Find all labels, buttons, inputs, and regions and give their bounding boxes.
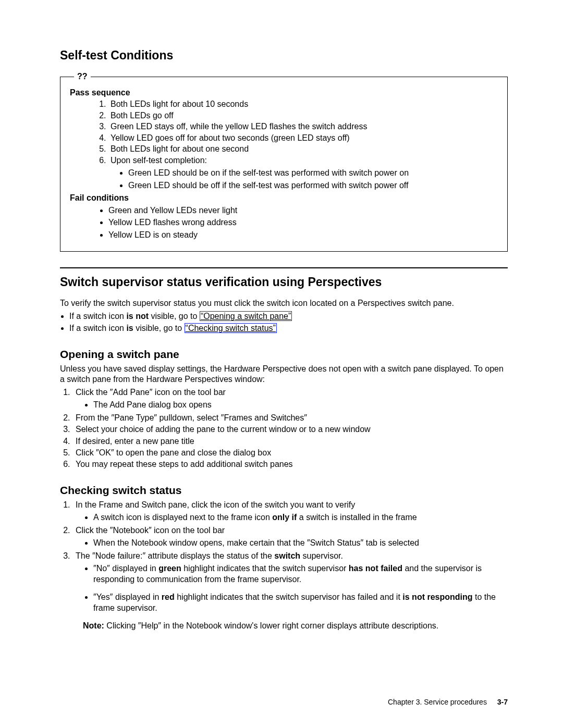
list-item: Upon self-test completion: Green LED sho… [108, 155, 498, 191]
list-item: Yellow LED is on steady [108, 230, 498, 240]
opening-step1-sub: The Add Pane dialog box opens [76, 400, 508, 410]
note-label: Note: [83, 621, 104, 630]
text-bold: is not responding [402, 593, 472, 601]
text-bold: switch [274, 551, 300, 560]
list-item: You may repeat these steps to add additi… [72, 459, 508, 470]
checking-s3-sub: ″No″ displayed in green highlight indica… [76, 563, 508, 613]
list-item: Click ″OK″ to open the pane and close th… [72, 448, 508, 458]
list-item: Green LED stays off, while the yellow LE… [108, 121, 498, 132]
list-item: ″Yes″ displayed in red highlight indicat… [93, 592, 508, 613]
pass-sequence-list: Both LEDs light for about 10 seconds Bot… [70, 99, 498, 191]
text-bold: is not [126, 312, 149, 320]
list-item-text: Click the ″Add Pane″ icon on the tool ba… [76, 388, 226, 397]
text: If a switch icon [69, 324, 126, 332]
text: If a switch icon [69, 312, 126, 320]
pass-sub-list: Green LED should be on if the self-test … [111, 168, 498, 191]
pass-sequence-label: Pass sequence [70, 88, 498, 98]
text: highlight indicates that the switch supe… [181, 564, 349, 573]
list-item: Click the ″Notebook″ icon on the tool ba… [72, 525, 508, 549]
list-item: The Add Pane dialog box opens [93, 400, 508, 410]
verify-intro: To verify the switch supervisor status y… [60, 298, 508, 309]
text: visible, go to [133, 324, 185, 332]
footer-chapter: Chapter 3. Service procedures [388, 698, 487, 706]
text: ″Yes″ displayed in [93, 593, 162, 601]
heading-opening: Opening a switch pane [60, 348, 508, 362]
list-item: Click the ″Add Pane″ icon on the tool ba… [72, 387, 508, 411]
text: The ″Node failure:″ attribute displays t… [76, 551, 274, 560]
text-bold: is [126, 324, 133, 332]
document-page: Self-test Conditions ?? Pass sequence Bo… [0, 0, 563, 728]
list-item: The ″Node failure:″ attribute displays t… [72, 551, 508, 632]
list-item: Green LED should be off if the self-test… [128, 180, 498, 191]
text-bold: green [158, 564, 181, 573]
list-item: From the ″Pane Type″ pulldown, select ″F… [72, 413, 508, 423]
heading-selftest: Self-test Conditions [60, 48, 508, 63]
list-item: If a switch icon is visible, go to “Chec… [69, 323, 508, 334]
list-item: A switch icon is displayed next to the f… [93, 512, 508, 523]
text: supervisor. [300, 551, 343, 560]
list-item: ″No″ displayed in green highlight indica… [93, 563, 508, 585]
list-item-text: Click the ″Notebook″ icon on the tool ba… [76, 526, 225, 535]
checking-s1-sub: A switch icon is displayed next to the f… [76, 512, 508, 523]
list-item: If a switch icon is not visible, go to “… [69, 311, 508, 322]
text-bold: red [162, 593, 175, 601]
text-bold: has not failed [349, 564, 402, 573]
verify-list: If a switch icon is not visible, go to “… [60, 311, 508, 334]
text-bold: only if [272, 513, 297, 522]
text: a switch is installed in the frame [297, 513, 417, 522]
page-footer: Chapter 3. Service procedures 3-7 [388, 698, 508, 707]
list-item: In the Frame and Switch pane, click the … [72, 500, 508, 523]
note: Note: Clicking ″Help″ in the Notebook wi… [83, 621, 508, 631]
opening-intro: Unless you have saved display settings, … [60, 364, 508, 385]
checking-s2-sub: When the Notebook window opens, make cer… [76, 538, 508, 548]
heading-checking: Checking switch status [60, 484, 508, 498]
list-item: Green and Yellow LEDs never light [108, 205, 498, 216]
note-text: Clicking ″Help″ in the Notebook window's… [104, 621, 438, 630]
fail-conditions-list: Green and Yellow LEDs never light Yellow… [70, 205, 498, 240]
link-opening-switch-pane[interactable]: “Opening a switch pane” [200, 311, 292, 321]
list-item: Green LED should be on if the self-test … [128, 168, 498, 178]
list-item: Both LEDs light for about one second [108, 144, 498, 154]
list-item: Yellow LED flashes wrong address [108, 217, 498, 228]
list-item: Select your choice of adding the pane to… [72, 424, 508, 435]
heading-verify: Switch supervisor status verification us… [60, 267, 508, 290]
opening-steps: Click the ″Add Pane″ icon on the tool ba… [60, 387, 508, 470]
list-item: Yellow LED goes off for about two second… [108, 133, 498, 143]
footer-page-number: 3-7 [497, 698, 508, 706]
link-checking-switch-status[interactable]: “Checking switch status” [185, 323, 277, 333]
selftest-legend: ?? [74, 71, 91, 82]
fail-conditions-label: Fail conditions [70, 193, 498, 203]
list-item-text: In the Frame and Switch pane, click the … [76, 500, 355, 509]
text: highlight indicates that the switch supe… [175, 593, 403, 601]
text: ″No″ displayed in [93, 564, 158, 573]
selftest-box: ?? Pass sequence Both LEDs light for abo… [60, 71, 508, 252]
checking-steps: In the Frame and Switch pane, click the … [60, 500, 508, 632]
text: A switch icon is displayed next to the f… [93, 513, 272, 522]
list-item: If desired, enter a new pane title [72, 436, 508, 447]
list-item: Both LEDs light for about 10 seconds [108, 99, 498, 109]
text: visible, go to [149, 312, 200, 320]
list-item: Both LEDs go off [108, 110, 498, 121]
list-item-text: Upon self-test completion: [111, 156, 207, 165]
list-item: When the Notebook window opens, make cer… [93, 538, 508, 548]
